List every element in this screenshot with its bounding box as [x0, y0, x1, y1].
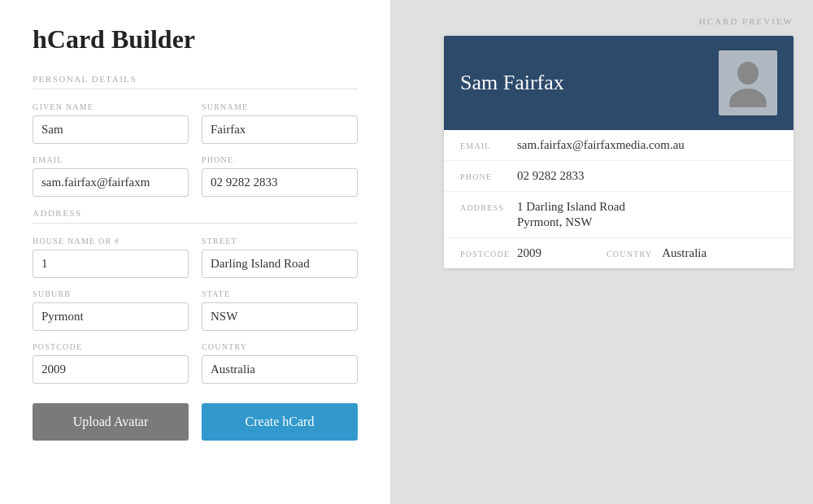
street-label: STREET — [202, 237, 358, 245]
avatar-icon — [728, 59, 768, 107]
hcard-address-row: ADDRESS 1 Darling Island Road Pyrmont, N… — [460, 200, 777, 229]
hcard-phone-row: PHONE 02 9282 2833 — [444, 161, 793, 192]
house-label: HOUSE NAME OR # — [33, 237, 189, 245]
hcard-address-line2: Pyrmont, NSW — [517, 215, 625, 229]
house-input[interactable] — [33, 250, 189, 278]
suburb-label: SUBURB — [33, 289, 189, 298]
surname-label: SURNAME — [202, 102, 358, 111]
phone-group: PHONE — [202, 155, 358, 197]
right-panel: HCARD PREVIEW Sam Fairfax EMAIL sam.fair… — [390, 0, 813, 504]
hcard-address-label: ADDRESS — [460, 203, 517, 212]
street-group: STREET — [202, 237, 358, 278]
hcard-email-row: EMAIL sam.fairfax@fairfaxmedia.com.au — [444, 130, 793, 161]
suburb-state-row: SUBURB STATE — [33, 289, 358, 331]
create-hcard-button[interactable]: Create hCard — [202, 403, 358, 441]
hcard-address-lines: 1 Darling Island Road Pyrmont, NSW — [517, 200, 625, 229]
button-row: Upload Avatar Create hCard — [33, 403, 358, 441]
hcard-address-line1: 1 Darling Island Road — [517, 200, 625, 214]
suburb-group: SUBURB — [33, 289, 189, 331]
email-input[interactable] — [33, 168, 189, 197]
hcard-name: Sam Fairfax — [460, 71, 564, 95]
house-street-row: HOUSE NAME OR # STREET — [33, 237, 358, 278]
phone-label: PHONE — [202, 155, 358, 164]
hcard-phone-label: PHONE — [460, 172, 517, 181]
left-panel: hCard Builder PERSONAL DETAILS GIVEN NAM… — [0, 0, 390, 504]
hcard-address-block: ADDRESS 1 Darling Island Road Pyrmont, N… — [444, 192, 793, 238]
contact-row: EMAIL PHONE — [33, 155, 358, 197]
hcard-phone-value: 02 9282 2833 — [517, 169, 585, 183]
hcard-preview: Sam Fairfax EMAIL sam.fairfax@fairfaxmed… — [444, 36, 793, 268]
hcard-postcode-row: POSTCODE 2009 COUNTRY Australia — [444, 238, 793, 268]
address-section-label: ADDRESS — [33, 208, 358, 224]
hcard-email-label: EMAIL — [460, 141, 517, 150]
postcode-country-row: POSTCODE COUNTRY — [33, 342, 358, 384]
phone-input[interactable] — [202, 168, 358, 197]
upload-avatar-button[interactable]: Upload Avatar — [33, 403, 189, 441]
state-input[interactable] — [202, 302, 358, 331]
hcard-country-label: COUNTRY — [606, 250, 652, 259]
country-label: COUNTRY — [202, 342, 358, 351]
personal-section-label: PERSONAL DETAILS — [33, 74, 358, 89]
suburb-input[interactable] — [33, 302, 189, 331]
surname-input[interactable] — [202, 115, 358, 144]
hcard-email-value: sam.fairfax@fairfaxmedia.com.au — [517, 138, 685, 152]
avatar — [719, 50, 777, 115]
hcard-postcode-value: 2009 — [517, 246, 598, 260]
postcode-input[interactable] — [33, 355, 189, 384]
house-group: HOUSE NAME OR # — [33, 237, 189, 278]
surname-group: SURNAME — [202, 102, 358, 144]
country-group: COUNTRY — [202, 342, 358, 384]
street-input[interactable] — [202, 250, 358, 278]
state-label: STATE — [202, 289, 358, 298]
name-row: GIVEN NAME SURNAME — [33, 102, 358, 144]
given-name-group: GIVEN NAME — [33, 102, 189, 144]
country-input[interactable] — [202, 355, 358, 384]
given-name-input[interactable] — [33, 115, 189, 144]
given-name-label: GIVEN NAME — [33, 102, 189, 111]
email-group: EMAIL — [33, 155, 189, 197]
hcard-body: EMAIL sam.fairfax@fairfaxmedia.com.au PH… — [444, 130, 793, 268]
app-title: hCard Builder — [33, 24, 358, 54]
postcode-label: POSTCODE — [33, 342, 189, 351]
email-label: EMAIL — [33, 155, 189, 164]
state-group: STATE — [202, 289, 358, 331]
hcard-country-value: Australia — [662, 246, 706, 260]
address-section: ADDRESS HOUSE NAME OR # STREET SUBURB ST… — [33, 208, 358, 384]
svg-point-1 — [729, 89, 767, 107]
svg-point-0 — [737, 62, 759, 85]
postcode-group: POSTCODE — [33, 342, 189, 384]
hcard-postcode-label: POSTCODE — [460, 250, 517, 259]
hcard-header: Sam Fairfax — [444, 36, 793, 130]
preview-label: HCARD PREVIEW — [699, 16, 793, 26]
